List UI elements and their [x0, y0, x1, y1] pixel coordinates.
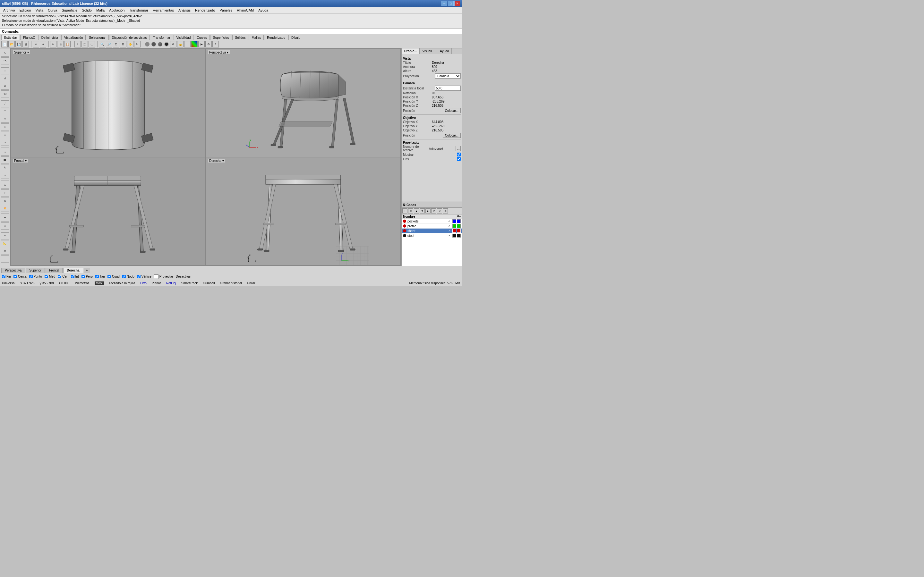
snap-vertice-checkbox[interactable] — [137, 275, 141, 278]
command-line[interactable]: Comando: — [0, 29, 462, 34]
layer-new-btn[interactable]: + — [402, 208, 407, 213]
tb-copy[interactable]: ⎘ — [57, 41, 63, 47]
lt-dim[interactable]: ⇿ — [1, 222, 9, 229]
lt-point-grid[interactable]: ⠿ — [1, 232, 9, 239]
snap-cen-checkbox[interactable] — [58, 275, 61, 278]
lt-select-pt[interactable]: +↖ — [1, 57, 9, 64]
tb-lock[interactable]: 🔒 — [177, 41, 184, 47]
layer-color2-profile[interactable] — [457, 224, 461, 228]
menu-vista[interactable]: Vista — [34, 8, 45, 13]
snap-int-checkbox[interactable] — [71, 275, 74, 278]
tb-cut[interactable]: ✂ — [50, 41, 57, 47]
layer-color2-sheet[interactable] — [457, 229, 461, 233]
bb-grabar[interactable]: Grabar historial — [220, 282, 242, 285]
layer-expand-btn[interactable]: ► — [425, 208, 431, 213]
distancia-focal-input[interactable] — [435, 85, 461, 91]
tb-display4[interactable] — [164, 42, 169, 47]
rp-tab-properties[interactable]: Propie... — [402, 48, 420, 54]
snap-perp-label[interactable]: Perp — [86, 275, 93, 278]
snap-med-checkbox[interactable] — [45, 275, 48, 278]
lt-trim[interactable]: ✂ — [1, 182, 9, 189]
menu-edicion[interactable]: Edición — [18, 8, 33, 13]
layer-row-sheet[interactable]: sheet ✓ — [402, 229, 462, 234]
snap-cerca-label[interactable]: Cerca — [18, 275, 27, 278]
snap-cuad-label[interactable]: Cuad — [112, 275, 120, 278]
lt-select-arrow[interactable]: ↖ — [1, 50, 9, 57]
tb-save[interactable]: 💾 — [15, 41, 22, 47]
menu-malla[interactable]: Malla — [94, 8, 107, 13]
menu-transformar[interactable]: Transformar — [127, 8, 150, 13]
tb-new[interactable]: 📄 — [1, 41, 8, 47]
layer-color-stool[interactable] — [452, 234, 456, 237]
snap-proyectar-label[interactable]: Proyectar — [160, 275, 173, 278]
rp-tab-visualize[interactable]: Visuali... — [420, 48, 437, 54]
vptab-frontal[interactable]: Frontal — [45, 268, 63, 273]
layer-color2-pockets[interactable] — [457, 219, 461, 223]
snap-cuad-checkbox[interactable] — [107, 275, 111, 278]
snap-tan-label[interactable]: Tan — [100, 275, 105, 278]
menu-archivo[interactable]: Archivo — [1, 8, 17, 13]
lt-text[interactable]: T — [1, 215, 9, 222]
tb-open[interactable]: 📂 — [8, 41, 15, 47]
tb-zoom-win[interactable]: ⊞ — [120, 41, 126, 47]
lt-join[interactable]: ⊕ — [1, 197, 9, 204]
menu-ayuda[interactable]: Ayuda — [256, 8, 270, 13]
snap-tan-checkbox[interactable] — [95, 275, 99, 278]
toolbar-tab-transformar[interactable]: Transformar — [150, 35, 173, 40]
layer-row-stool[interactable]: stool ✓ — [402, 234, 462, 238]
layer-filter-btn[interactable]: ▽ — [431, 208, 436, 213]
viewport-right[interactable]: Derecha ▾ — [206, 157, 401, 265]
lt-explode[interactable]: 💥 — [1, 205, 9, 212]
lt-rect[interactable]: □ — [1, 116, 9, 123]
viewport-top[interactable]: Superior ▾ — [11, 49, 205, 157]
menu-solido[interactable]: Sólido — [80, 8, 94, 13]
bb-refobj[interactable]: RefObj — [166, 282, 176, 285]
bb-orto[interactable]: Orto — [140, 282, 146, 285]
layer-refresh-btn[interactable]: ↺ — [437, 208, 442, 213]
toolbar-tab-solidos[interactable]: Sólidos — [232, 35, 249, 40]
layer-settings-btn[interactable]: ⚙ — [443, 208, 448, 213]
lt-revolve[interactable]: ↻ — [1, 164, 9, 171]
layer-down-btn[interactable]: ▼ — [420, 208, 425, 213]
lt-scale[interactable]: ⊕ — [1, 83, 9, 90]
layer-color-sheet[interactable] — [452, 229, 456, 233]
tb-print[interactable]: 🖨 — [23, 41, 29, 47]
viewport-front[interactable]: Frontal ▾ — [11, 157, 205, 265]
maximize-button[interactable]: □ — [448, 1, 454, 6]
tb-layer[interactable]: ☰ — [184, 41, 191, 47]
menu-analisis[interactable]: Análisis — [176, 8, 192, 13]
snap-nodo-checkbox[interactable] — [122, 275, 126, 278]
lt-move[interactable]: ↔ — [1, 67, 9, 74]
toolbar-tab-disposicion[interactable]: Disposición de las vistas — [109, 35, 150, 40]
toolbar-tab-visibilidad[interactable]: Visibilidad — [174, 35, 194, 40]
menu-herramientas[interactable]: Herramientas — [151, 8, 176, 13]
toolbar-tab-superficies[interactable]: Superficies — [210, 35, 232, 40]
bb-filtrar[interactable]: Filtrar — [247, 282, 255, 285]
lt-polyline[interactable]: ⌒ — [1, 108, 9, 115]
lt-loft[interactable]: ⌔ — [1, 172, 9, 179]
snap-fin-label[interactable]: Fin — [6, 275, 11, 278]
tb-color-picker[interactable] — [191, 41, 198, 47]
tb-paste[interactable]: 📋 — [64, 41, 71, 47]
tb-redo[interactable]: ↪ — [40, 41, 46, 47]
menu-acotacion[interactable]: Acotación — [107, 8, 126, 13]
mostrar-checkbox[interactable] — [457, 153, 461, 156]
snap-vertice-label[interactable]: Vértice — [142, 275, 152, 278]
layer-row-profile[interactable]: profile ✓ — [402, 224, 462, 229]
layer-color-profile[interactable] — [452, 224, 456, 228]
tb-lasso[interactable]: 〇 — [89, 41, 95, 47]
toolbar-tab-planosc[interactable]: PlanosC — [20, 35, 38, 40]
layer-row-pockets[interactable]: pockets ✓ — [402, 219, 462, 224]
tb-select[interactable]: ↖ — [74, 41, 81, 47]
lt-rotate2d[interactable]: ↺ — [1, 75, 9, 82]
lt-split[interactable]: ⊢ — [1, 189, 9, 197]
vptab-add[interactable]: + — [84, 268, 90, 273]
minimize-button[interactable]: ─ — [441, 1, 447, 6]
tb-display1[interactable] — [145, 42, 150, 47]
layer-color-pockets[interactable] — [452, 219, 456, 223]
viewport-right-label[interactable]: Derecha ▾ — [208, 159, 225, 163]
snap-punto-label[interactable]: Punto — [34, 275, 42, 278]
menu-superficie[interactable]: Superficie — [60, 8, 79, 13]
snap-proyectar-box[interactable] — [154, 274, 158, 279]
lt-line[interactable]: / — [1, 100, 9, 107]
